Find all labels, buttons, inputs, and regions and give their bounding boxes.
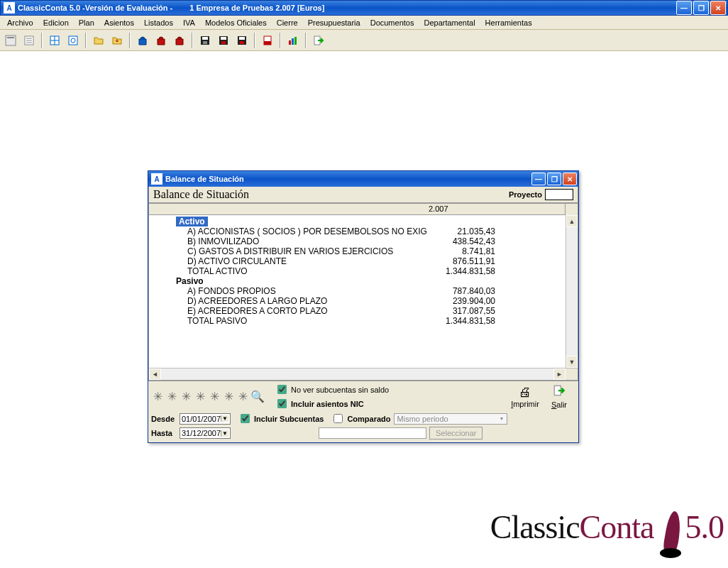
menu-documentos[interactable]: Documentos <box>366 17 419 28</box>
tool-chart-icon[interactable] <box>285 33 301 48</box>
menu-archivo[interactable]: Archivo <box>3 17 38 28</box>
zoom-tool-icon[interactable]: ✳ <box>194 390 206 403</box>
tool-folder-in-icon[interactable] <box>109 33 125 48</box>
magnifier-icon[interactable]: 🔍 <box>250 390 263 403</box>
row-label: A) FONDOS PROPIOS <box>150 286 427 296</box>
dropdown-icon[interactable]: ▾ <box>497 415 507 422</box>
menu-asientos[interactable]: Asientos <box>100 17 138 28</box>
chk-comparado-label: Comparado <box>347 415 390 423</box>
printer-icon: 🖨 <box>519 385 531 400</box>
svg-rect-22 <box>289 40 291 45</box>
horizontal-scrollbar[interactable]: ◄ ► <box>149 368 578 380</box>
tool-save1-icon[interactable] <box>197 33 213 48</box>
zoom-tool-icon[interactable]: ✳ <box>208 390 221 403</box>
hasta-date-input[interactable]: 31/12/2007 ▼ <box>180 427 231 439</box>
proyecto-input[interactable] <box>545 189 573 200</box>
comparado-combo[interactable]: Mismo periodo ▾ <box>394 413 507 425</box>
tool-edit-icon[interactable] <box>3 33 18 48</box>
imprimir-button[interactable]: 🖨 Imprimir <box>509 385 541 408</box>
zoom-tool-icon[interactable]: ✳ <box>222 390 235 403</box>
row-value: 438.542,43 <box>427 236 498 246</box>
menu-herramientas[interactable]: Herramientas <box>481 17 536 28</box>
zoom-tool-icon[interactable]: ✳ <box>151 390 164 403</box>
grid-content[interactable]: Activo A) ACCIONISTAS ( SOCIOS ) POR DES… <box>149 215 566 368</box>
table-row[interactable]: C) GASTOS A DISTRIBUIR EN VARIOS EJERCIC… <box>150 246 566 256</box>
tool-grid-icon[interactable] <box>47 33 62 48</box>
menu-edicion[interactable]: Edicion <box>39 17 73 28</box>
dialog-close-button[interactable]: ✕ <box>563 173 577 185</box>
tool-exit-icon[interactable] <box>311 33 326 48</box>
chk-no-ver-subcuentas[interactable]: No ver subcuentas sin saldo <box>275 383 389 396</box>
chk-incluir-subcuentas-input[interactable] <box>241 414 250 423</box>
row-label: E) ACREEDORES A CORTO PLAZO <box>150 306 427 316</box>
scroll-down-icon[interactable]: ▼ <box>566 356 578 368</box>
table-row[interactable]: D) ACREEDORES A LARGO PLAZO239.904,00 <box>150 296 566 306</box>
svg-rect-13 <box>203 41 207 44</box>
menu-listados[interactable]: Listados <box>140 17 177 28</box>
menu-iva[interactable]: IVA <box>179 17 199 28</box>
chk-incluir-nic[interactable]: Incluir asientos NIC <box>275 397 389 410</box>
main-maximize-button[interactable]: ❐ <box>693 1 709 15</box>
desde-date-input[interactable]: 01/01/2007 ▼ <box>180 413 231 425</box>
svg-rect-1 <box>7 37 14 38</box>
scroll-up-icon[interactable]: ▲ <box>566 215 578 227</box>
svg-rect-23 <box>292 38 294 45</box>
desde-label: Desde <box>151 415 177 423</box>
row-value: 317.087,55 <box>427 306 498 316</box>
tool-bag-red2-icon[interactable] <box>172 33 187 48</box>
tool-folder-open-icon[interactable] <box>91 33 106 48</box>
table-row[interactable]: A) FONDOS PROPIOS787.840,03 <box>150 286 566 296</box>
table-row[interactable]: E) ACREEDORES A CORTO PLAZO317.087,55 <box>150 306 566 316</box>
row-value: 8.741,81 <box>427 246 498 256</box>
zoom-tool-icon[interactable]: ✳ <box>236 390 249 403</box>
logo-word1: Classic <box>490 508 580 546</box>
table-row[interactable]: B) INMOVILIZADO438.542,43 <box>150 236 566 246</box>
chk-incluir-subcuentas[interactable]: Incluir Subcuentas <box>238 412 324 425</box>
row-value: 1.344.831,58 <box>427 266 498 276</box>
main-title-right: 1 Empresa de Pruebas 2.007 [Euros] <box>189 4 324 12</box>
vertical-scrollbar[interactable]: ▲ ▼ <box>566 215 578 368</box>
menu-modelos[interactable]: Modelos Oficiales <box>201 17 271 28</box>
scroll-right-icon[interactable]: ► <box>553 368 566 380</box>
menu-presupuestaria[interactable]: Presupuestaria <box>304 17 365 28</box>
chk-comparado[interactable]: Comparado <box>331 412 390 425</box>
row-label: C) GASTOS A DISTRIBUIR EN VARIOS EJERCIC… <box>150 246 427 256</box>
dropdown-icon[interactable]: ▼ <box>221 415 228 422</box>
tool-save3-icon[interactable] <box>234 33 250 48</box>
zoom-tool-icon[interactable]: ✳ <box>165 390 178 403</box>
tool-save2-icon[interactable] <box>216 33 231 48</box>
activo-section-title: Activo <box>176 217 208 226</box>
tool-pdf-icon[interactable] <box>260 33 275 48</box>
table-row[interactable]: TOTAL ACTIVO1.344.831,58 <box>150 266 566 276</box>
dropdown-icon[interactable]: ▼ <box>221 430 228 437</box>
tool-bag-blue-icon[interactable] <box>135 33 150 48</box>
zoom-tool-icon[interactable]: ✳ <box>180 390 192 403</box>
app-icon: A <box>4 2 15 13</box>
menu-departamental[interactable]: Departamental <box>419 17 479 28</box>
chk-no-ver-subcuentas-input[interactable] <box>277 385 287 394</box>
main-close-button[interactable]: ✕ <box>710 1 726 15</box>
tool-find-icon[interactable] <box>65 33 81 48</box>
tool-bag-red-icon[interactable] <box>153 33 169 48</box>
menu-cierre[interactable]: Cierre <box>272 17 302 28</box>
chk-incluir-nic-input[interactable] <box>277 399 287 408</box>
dialog-maximize-button[interactable]: ❐ <box>547 173 561 185</box>
salir-button[interactable]: Salir <box>543 384 575 409</box>
table-row[interactable]: A) ACCIONISTAS ( SOCIOS ) POR DESEMBOLSO… <box>150 226 566 236</box>
row-value: 239.904,00 <box>427 296 498 306</box>
hasta-label: Hasta <box>151 429 177 437</box>
svg-rect-19 <box>240 41 244 44</box>
periodo-combo[interactable] <box>319 427 426 439</box>
main-minimize-button[interactable]: — <box>676 1 692 15</box>
menu-plan[interactable]: Plan <box>75 17 99 28</box>
scroll-left-icon[interactable]: ◄ <box>149 368 161 380</box>
year-header: 2.007 <box>429 204 457 213</box>
exit-icon <box>553 384 566 400</box>
comparado-combo-value: Mismo periodo <box>397 415 448 423</box>
dialog-minimize-button[interactable]: — <box>531 173 546 185</box>
chk-comparado-input[interactable] <box>333 414 343 423</box>
table-row[interactable]: D) ACTIVO CIRCULANTE876.511,91 <box>150 256 566 266</box>
table-row[interactable]: TOTAL PASIVO1.344.831,58 <box>150 316 566 326</box>
seleccionar-button: Seleccionar <box>429 427 482 439</box>
tool-list-icon[interactable] <box>21 33 37 48</box>
